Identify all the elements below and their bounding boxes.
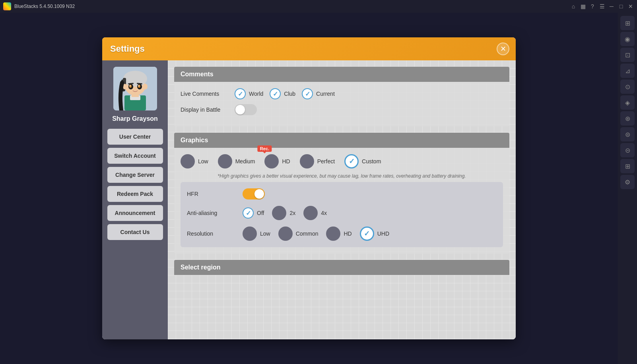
graphics-section-header: Graphics <box>174 133 509 148</box>
switch-account-button[interactable]: Switch Account <box>107 148 163 164</box>
graphics-section-body: Low Medium Rec. HD <box>174 148 509 254</box>
club-label: Club <box>284 91 295 97</box>
select-region-section: Select region <box>174 260 509 275</box>
sidebar-icon-9[interactable]: ⊝ <box>620 143 635 157</box>
bluestacks-logo <box>3 2 11 10</box>
res-low[interactable]: Low <box>243 227 270 241</box>
svg-point-17 <box>144 84 148 89</box>
resolution-row: Resolution Low Common <box>187 227 497 241</box>
close-icon[interactable]: ✕ <box>627 3 634 10</box>
svg-point-5 <box>123 71 147 87</box>
maximize-icon[interactable]: □ <box>618 3 624 10</box>
dialog-title: Settings <box>110 44 145 54</box>
svg-point-12 <box>129 85 130 87</box>
res-uhd-radio[interactable] <box>360 227 374 241</box>
antialiasing-row: Anti-aliasing ✓ Off 2x <box>187 206 497 220</box>
current-check-icon: ✓ <box>305 90 310 98</box>
menu-icon[interactable]: ☰ <box>599 3 605 10</box>
aa-4x-radio[interactable] <box>303 206 318 220</box>
aa-2x[interactable]: 2x <box>272 206 295 220</box>
dialog-body: Sharp Grayson User Center Switch Account… <box>102 60 516 339</box>
quality-perfect-label: Perfect <box>317 158 335 165</box>
help-icon[interactable]: ? <box>589 3 596 10</box>
rec-badge: Rec. <box>258 145 272 152</box>
res-common[interactable]: Common <box>278 227 318 241</box>
titlebar-title: BlueStacks 5.4.50.1009 N32 <box>14 4 75 9</box>
world-checkbox[interactable]: ✓ World <box>235 88 263 99</box>
dialog-overlay: Settings ✕ <box>0 13 618 364</box>
sidebar-icon-3[interactable]: ⊡ <box>620 48 635 62</box>
quality-perfect-radio[interactable] <box>300 154 314 168</box>
res-common-label: Common <box>296 230 318 237</box>
quality-perfect[interactable]: Perfect <box>300 154 335 168</box>
live-comments-row: Live Comments ✓ World ✓ <box>181 88 503 99</box>
quality-custom-radio[interactable] <box>344 154 359 168</box>
quality-row: Low Medium Rec. HD <box>181 154 503 168</box>
player-name: Sharp Grayson <box>112 115 158 122</box>
live-comments-label: Live Comments <box>181 91 228 97</box>
quality-hd[interactable]: Rec. HD <box>264 154 290 168</box>
quality-medium-radio[interactable] <box>218 154 232 168</box>
sidebar-icon-8[interactable]: ⊜ <box>620 127 635 141</box>
dialog-header: Settings ✕ <box>102 37 516 60</box>
current-checkbox[interactable]: ✓ Current <box>302 88 335 99</box>
res-hd[interactable]: HD <box>326 227 352 241</box>
comments-section-header: Comments <box>174 67 509 82</box>
sidebar-icon-2[interactable]: ◉ <box>620 32 635 46</box>
quality-hd-label: HD <box>282 158 290 165</box>
aa-off[interactable]: ✓ Off <box>243 207 264 219</box>
home-icon[interactable]: ⌂ <box>570 3 577 10</box>
club-checkbox-circle[interactable]: ✓ <box>270 88 281 99</box>
titlebar: BlueStacks 5.4.50.1009 N32 ⌂ ▦ ? ☰ ─ □ ✕ <box>0 0 637 13</box>
res-hd-label: HD <box>344 230 352 237</box>
minimize-icon[interactable]: ─ <box>608 3 615 10</box>
res-low-radio[interactable] <box>243 227 257 241</box>
current-label: Current <box>316 91 335 97</box>
change-server-button[interactable]: Change Server <box>107 167 163 183</box>
res-uhd-label: UHD <box>377 230 389 237</box>
res-common-radio[interactable] <box>278 227 293 241</box>
sidebar-icon-11[interactable]: ⚙ <box>620 175 635 189</box>
display-in-battle-toggle[interactable] <box>235 104 257 115</box>
sidebar-icon-10[interactable]: ⊞ <box>620 159 635 173</box>
sidebar-icon-1[interactable]: ⊞ <box>620 16 635 30</box>
antialiasing-label: Anti-aliasing <box>187 210 235 216</box>
club-check-icon: ✓ <box>273 90 278 98</box>
aa-4x[interactable]: 4x <box>303 206 327 220</box>
user-center-button[interactable]: User Center <box>107 129 163 145</box>
club-checkbox[interactable]: ✓ Club <box>270 88 295 99</box>
res-hd-radio[interactable] <box>326 227 340 241</box>
quality-custom[interactable]: Custom <box>344 154 381 168</box>
close-button[interactable]: ✕ <box>497 43 509 55</box>
quality-low[interactable]: Low <box>181 154 208 168</box>
settings-dialog: Settings ✕ <box>102 37 516 339</box>
graphics-section: Graphics Low Medium <box>174 133 509 254</box>
aa-off-radio[interactable]: ✓ <box>243 207 254 219</box>
redeem-pack-button[interactable]: Redeem Pack <box>107 186 163 202</box>
aa-off-check-icon: ✓ <box>246 209 251 217</box>
hfr-toggle[interactable] <box>243 188 265 199</box>
right-sidebar: ⊞ ◉ ⊡ ⊿ ⊙ ◈ ⊛ ⊜ ⊝ ⊞ ⚙ <box>618 13 637 364</box>
quality-medium[interactable]: Medium <box>218 154 255 168</box>
display-icon[interactable]: ▦ <box>580 3 586 10</box>
avatar-svg <box>113 67 157 110</box>
sidebar-icon-5[interactable]: ⊙ <box>620 79 635 94</box>
announcement-button[interactable]: Announcement <box>107 205 163 221</box>
sidebar-icon-7[interactable]: ⊛ <box>620 111 635 126</box>
quality-low-radio[interactable] <box>181 154 195 168</box>
hfr-label: HFR <box>187 191 235 197</box>
select-region-header: Select region <box>174 260 509 275</box>
quality-hd-radio[interactable] <box>264 154 279 168</box>
display-in-battle-label: Display in Battle <box>181 106 228 113</box>
hfr-row: HFR <box>187 188 497 199</box>
aa-2x-label: 2x <box>289 210 295 216</box>
current-checkbox-circle[interactable]: ✓ <box>302 88 313 99</box>
quality-medium-label: Medium <box>235 158 255 165</box>
res-low-label: Low <box>260 230 270 237</box>
sidebar-icon-6[interactable]: ◈ <box>620 95 635 110</box>
aa-2x-radio[interactable] <box>272 206 286 220</box>
contact-us-button[interactable]: Contact Us <box>107 224 163 240</box>
res-uhd[interactable]: UHD <box>360 227 389 241</box>
sidebar-icon-4[interactable]: ⊿ <box>620 64 635 78</box>
world-checkbox-circle[interactable]: ✓ <box>235 88 246 99</box>
